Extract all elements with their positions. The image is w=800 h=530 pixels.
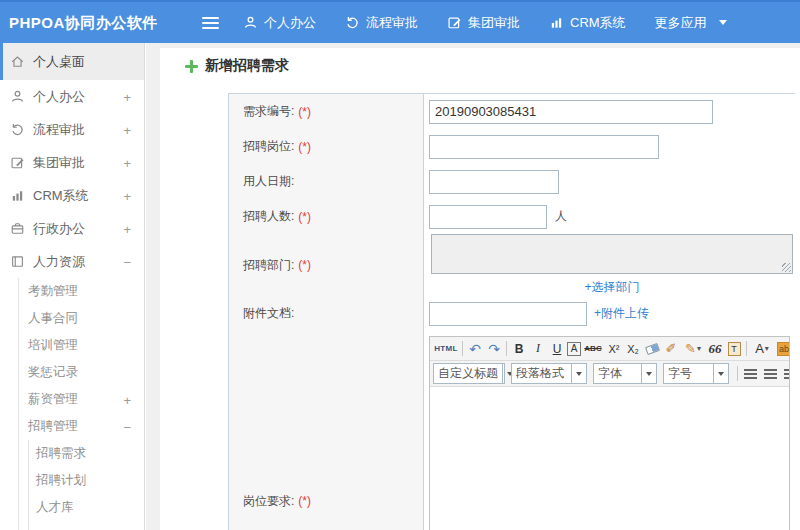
expand-icon[interactable]: + (123, 221, 131, 236)
font-color-button[interactable]: A▾ (750, 339, 774, 358)
superscript-button[interactable]: X² (605, 339, 623, 358)
bold-button[interactable]: B (510, 339, 528, 358)
font-size-select[interactable]: 字号 (663, 363, 729, 384)
job-title-input[interactable] (429, 135, 659, 159)
collapse-icon[interactable]: − (123, 254, 131, 269)
sidebar-item-label: 奖惩记录 (28, 364, 78, 381)
attachment-upload-link[interactable]: +附件上传 (594, 305, 649, 322)
sidebar-item-admin-office[interactable]: 行政办公 + (0, 212, 144, 245)
sidebar-item-label: CRM系统 (33, 187, 89, 205)
add-icon (185, 60, 198, 73)
required-marker: (*) (298, 494, 311, 508)
sidebar-item-hr-contract[interactable]: 人事合同 (0, 305, 144, 332)
eraser-icon (645, 343, 660, 355)
topbar: PHPOA协同办公软件 个人办公 流程审批 集团审批 CRM系统 (0, 0, 800, 43)
demand-no-input[interactable] (429, 100, 713, 124)
topnav-label: 流程审批 (366, 14, 418, 32)
attachment-input[interactable] (429, 302, 587, 326)
sidebar-item-attendance-mgmt[interactable]: 考勤管理 (0, 278, 144, 305)
hire-date-input[interactable] (429, 170, 559, 194)
align-right-icon[interactable] (784, 369, 789, 379)
redo-button[interactable]: ↷ (485, 339, 503, 358)
topnav-crm-system[interactable]: CRM系统 (549, 14, 626, 32)
page-title: 新增招聘需求 (185, 57, 289, 75)
sidebar-item-training-mgmt[interactable]: 培训管理 (0, 332, 144, 359)
sidebar-item-process-approval[interactable]: 流程审批 + (0, 113, 144, 146)
expand-icon[interactable]: + (123, 188, 131, 203)
sidebar: 个人桌面 个人办公 + 流程审批 + 集团审批 + CRM系统 + 行政办公 + (0, 43, 145, 530)
editor-toolbar-row1: HTML ↶ ↷ B I U A ABC X² X₂ (430, 337, 789, 361)
sidebar-item-crm-system[interactable]: CRM系统 + (0, 179, 144, 212)
highlight-color-button[interactable]: ab (775, 339, 789, 358)
expand-icon[interactable]: + (123, 89, 131, 104)
format-brush-button[interactable]: ✐ (662, 339, 680, 358)
clipboard-icon: T (728, 342, 741, 356)
heading-select[interactable]: 自定义标题 (433, 363, 505, 384)
align-center-icon[interactable] (764, 369, 777, 379)
collapse-icon[interactable]: − (123, 419, 131, 434)
recruit-demand-form: 需求编号: (*) 招聘岗位: (*) 用人日期: (228, 93, 795, 530)
expand-icon[interactable]: + (123, 122, 131, 137)
topnav-more-apps[interactable]: 更多应用 (655, 14, 727, 32)
strikethrough-button[interactable]: ABC (582, 339, 604, 358)
color-pen-button[interactable]: ✎▾ (681, 339, 705, 358)
select-department-link[interactable]: +选择部门 (584, 279, 639, 296)
sidebar-item-human-resources[interactable]: 人力资源 − (0, 245, 144, 278)
sidebar-item-label: 薪资管理 (28, 391, 78, 408)
form-row-job-title: 招聘岗位: (*) (229, 129, 795, 164)
sidebar-item-personal-office[interactable]: 个人办公 + (0, 80, 144, 113)
font-name-button[interactable]: A (567, 342, 581, 356)
resize-grip[interactable] (782, 263, 791, 272)
plain-paste-button[interactable]: T (725, 339, 743, 358)
sidebar-item-label: 个人桌面 (33, 53, 85, 71)
field-label: 用人日期: (229, 164, 424, 199)
menu-toggle-icon[interactable] (202, 17, 219, 32)
form-row-headcount: 招聘人数: (*) 人 (229, 199, 795, 234)
field-label: 招聘人数: (*) (229, 199, 424, 234)
sidebar-item-label: 行政办公 (33, 220, 85, 238)
remove-format-button[interactable] (643, 339, 661, 358)
paragraph-format-select[interactable]: 段落格式 (511, 363, 587, 384)
sidebar-item-reward-punishment[interactable]: 奖惩记录 (0, 359, 144, 386)
sidebar-item-label: 个人办公 (33, 88, 85, 106)
sidebar-item-label: 培训管理 (28, 337, 78, 354)
sidebar-item-salary-mgmt[interactable]: 薪资管理 + (0, 386, 144, 413)
edit-square-icon (447, 15, 462, 30)
sidebar-item-recruit-demand[interactable]: 招聘需求 (0, 440, 144, 467)
italic-button[interactable]: I (529, 339, 547, 358)
expand-icon[interactable]: + (123, 155, 131, 170)
headcount-input[interactable] (429, 205, 547, 229)
sidebar-item-personal-desktop[interactable]: 个人桌面 (0, 43, 144, 80)
subscript-button[interactable]: X₂ (624, 339, 642, 358)
chevron-down-icon (713, 364, 728, 383)
toolbar-divider (737, 366, 738, 381)
form-row-demand-no: 需求编号: (*) (229, 94, 795, 129)
expand-icon[interactable]: + (123, 392, 131, 407)
topnav-label: 集团审批 (468, 14, 520, 32)
topnav-personal-office[interactable]: 个人办公 (243, 14, 316, 32)
align-left-icon[interactable] (744, 369, 757, 379)
sidebar-item-group-approval[interactable]: 集团审批 + (0, 146, 144, 179)
editor-toolbar-row2: 自定义标题 段落格式 字体 (430, 361, 789, 387)
bar-chart-icon (549, 15, 564, 30)
chevron-down-icon (641, 364, 656, 383)
source-code-button[interactable]: HTML (433, 339, 459, 358)
sidebar-item-recruit-plan[interactable]: 招聘计划 (0, 467, 144, 494)
form-row-recruit-dept: 招聘部门: (*) +选择部门 (229, 234, 795, 296)
unit-suffix: 人 (555, 208, 567, 225)
font-family-select[interactable]: 字体 (593, 363, 657, 384)
sidebar-item-talent-pool[interactable]: 人才库 (0, 494, 144, 521)
recruit-dept-textarea[interactable] (431, 234, 793, 274)
topnav-group-approval[interactable]: 集团审批 (447, 14, 520, 32)
blockquote-button[interactable]: 66 (706, 339, 724, 358)
process-refresh-icon (10, 122, 25, 137)
undo-button[interactable]: ↶ (466, 339, 484, 358)
underline-button[interactable]: U (548, 339, 566, 358)
chevron-down-icon: ▾ (765, 344, 769, 353)
rich-text-editor: HTML ↶ ↷ B I U A ABC X² X₂ (429, 336, 790, 530)
sidebar-item-recruit-mgmt[interactable]: 招聘管理 − (0, 413, 144, 440)
sidebar-item-label: 人事合同 (28, 310, 78, 327)
topnav-process-approval[interactable]: 流程审批 (345, 14, 418, 32)
editor-content-area[interactable] (430, 387, 789, 530)
sidebar-item-label: 招聘需求 (36, 445, 86, 462)
